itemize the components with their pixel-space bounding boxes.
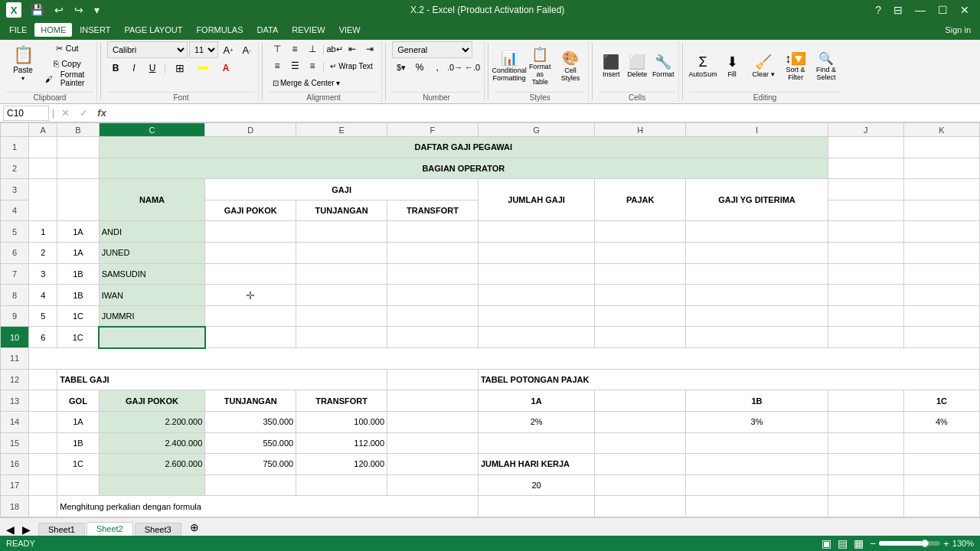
cell-i8[interactable]	[686, 285, 828, 306]
fill-color-button[interactable]	[192, 60, 214, 77]
format-painter-button[interactable]: 🖌 Format Painter	[41, 72, 93, 86]
copy-button[interactable]: ⎘ Copy	[41, 57, 93, 70]
cell-c14[interactable]: 2.200.000	[99, 411, 205, 432]
cell-k9[interactable]	[903, 305, 979, 327]
bold-button[interactable]: B	[107, 60, 124, 77]
cell-e10[interactable]	[296, 327, 387, 348]
cell-j13[interactable]	[828, 390, 903, 412]
cell-j9[interactable]	[828, 305, 903, 327]
cell-k13[interactable]: 1C	[903, 390, 979, 412]
cell-j7[interactable]	[828, 263, 903, 285]
cell-h9[interactable]	[595, 305, 686, 327]
cell-i3[interactable]: GAJI YG DITERIMA	[686, 179, 828, 221]
insert-function-button[interactable]: fx	[94, 106, 109, 121]
cell-g16[interactable]: JUMLAH HARI KERJA	[478, 454, 594, 475]
cell-f10[interactable]	[387, 327, 479, 348]
align-left-button[interactable]: ≡	[269, 58, 286, 73]
cell-j15[interactable]	[828, 432, 903, 454]
cell-c15[interactable]: 2.400.000	[99, 432, 205, 454]
cell-c16[interactable]: 2.600.000	[99, 454, 205, 475]
cell-f16[interactable]	[387, 454, 479, 475]
cell-b17[interactable]	[57, 474, 99, 496]
cell-e4[interactable]: TUNJANGAN	[296, 200, 387, 221]
undo-button[interactable]: ↩	[50, 4, 68, 16]
cell-j18[interactable]	[828, 496, 903, 517]
currency-button[interactable]: $▾	[392, 60, 410, 75]
cell-b16[interactable]: 1C	[57, 454, 99, 475]
align-center-button[interactable]: ☰	[286, 58, 303, 73]
cell-a14[interactable]	[29, 411, 57, 432]
cell-a13[interactable]	[29, 390, 57, 412]
cell-b9[interactable]: 1C	[57, 305, 99, 327]
cell-g18[interactable]	[478, 496, 594, 517]
cell-d4[interactable]: GAJI POKOK	[205, 200, 296, 221]
increase-decimal-button[interactable]: .0→	[446, 60, 463, 75]
cell-a8[interactable]: 4	[29, 285, 57, 306]
col-header-b[interactable]: B	[57, 123, 99, 137]
text-direction-button[interactable]: ab↵	[326, 41, 343, 57]
cell-k10[interactable]	[903, 327, 979, 348]
col-header-i[interactable]: I	[686, 123, 828, 137]
cell-a5[interactable]: 1	[29, 221, 57, 243]
cell-b13[interactable]: GOL	[57, 390, 99, 412]
cell-c3[interactable]: NAMA	[99, 179, 205, 221]
cell-k14[interactable]: 4%	[903, 411, 979, 432]
cell-e14[interactable]: 100.000	[296, 411, 387, 432]
cell-styles-button[interactable]: 🎨 Cell Styles	[556, 44, 585, 87]
cell-i16[interactable]	[686, 454, 828, 475]
cell-i13[interactable]: 1B	[686, 390, 828, 412]
cell-k2[interactable]	[903, 158, 979, 179]
cell-f15[interactable]	[387, 432, 479, 454]
cell-f13[interactable]	[387, 390, 479, 412]
cell-h18[interactable]	[595, 496, 686, 517]
col-header-g[interactable]: G	[478, 123, 594, 137]
cell-h3[interactable]: PAJAK	[595, 179, 686, 221]
cell-b15[interactable]: 1B	[57, 432, 99, 454]
cell-k4[interactable]	[903, 200, 979, 221]
cell-b6[interactable]: 1A	[57, 243, 99, 264]
cell-d14[interactable]: 350.000	[205, 411, 296, 432]
cell-g13[interactable]: 1A	[478, 390, 594, 412]
decrease-font-button[interactable]: A-	[238, 41, 255, 58]
menu-review[interactable]: REVIEW	[286, 23, 331, 37]
cell-k16[interactable]	[903, 454, 979, 475]
cell-g7[interactable]	[478, 263, 594, 285]
confirm-formula-button[interactable]: ✓	[76, 106, 91, 121]
cell-b8[interactable]: 1B	[57, 285, 99, 306]
cell-c9[interactable]: JUMMRI	[99, 305, 205, 327]
cell-d17[interactable]	[205, 474, 296, 496]
cell-c17[interactable]	[99, 474, 205, 496]
cell-i9[interactable]	[686, 305, 828, 327]
zoom-out-button[interactable]: −	[870, 538, 876, 549]
sheet-tab-sheet2[interactable]: Sheet2	[87, 522, 133, 536]
cell-a18[interactable]	[29, 496, 57, 517]
maximize-button[interactable]: ☐	[933, 4, 952, 16]
cell-j17[interactable]	[828, 474, 903, 496]
cell-g6[interactable]	[478, 243, 594, 264]
cell-i10[interactable]	[686, 327, 828, 348]
autosum-button[interactable]: Σ AutoSum	[689, 44, 717, 87]
cell-e15[interactable]: 112.000	[296, 432, 387, 454]
fill-button[interactable]: ⬇ Fill	[718, 44, 746, 87]
cell-k7[interactable]	[903, 263, 979, 285]
cell-d8[interactable]: ✛	[205, 285, 296, 306]
conditional-formatting-button[interactable]: 📊 Conditional Formatting	[495, 44, 524, 87]
font-color-button[interactable]: A	[215, 60, 237, 77]
menu-page-layout[interactable]: PAGE LAYOUT	[118, 23, 188, 37]
cell-f4[interactable]: TRANSFORT	[387, 200, 479, 221]
percent-button[interactable]: %	[411, 60, 428, 75]
cell-row11[interactable]	[29, 348, 980, 370]
cell-h7[interactable]	[595, 263, 686, 285]
comma-button[interactable]: ,	[429, 60, 446, 75]
cell-h6[interactable]	[595, 243, 686, 264]
font-family-select[interactable]: Calibri	[107, 41, 188, 58]
find-select-button[interactable]: 🔍 Find & Select	[812, 44, 841, 87]
borders-button[interactable]: ⊞	[169, 60, 191, 77]
minimize-button[interactable]: —	[910, 4, 930, 16]
delete-button[interactable]: ⬜ Delete	[625, 44, 649, 87]
increase-font-button[interactable]: A+	[220, 41, 237, 58]
paste-button[interactable]: 📋 Paste ▾	[6, 41, 40, 86]
format-as-table-button[interactable]: 📋 Format as Table	[525, 44, 554, 87]
cell-g15[interactable]	[478, 432, 594, 454]
cell-a16[interactable]	[29, 454, 57, 475]
